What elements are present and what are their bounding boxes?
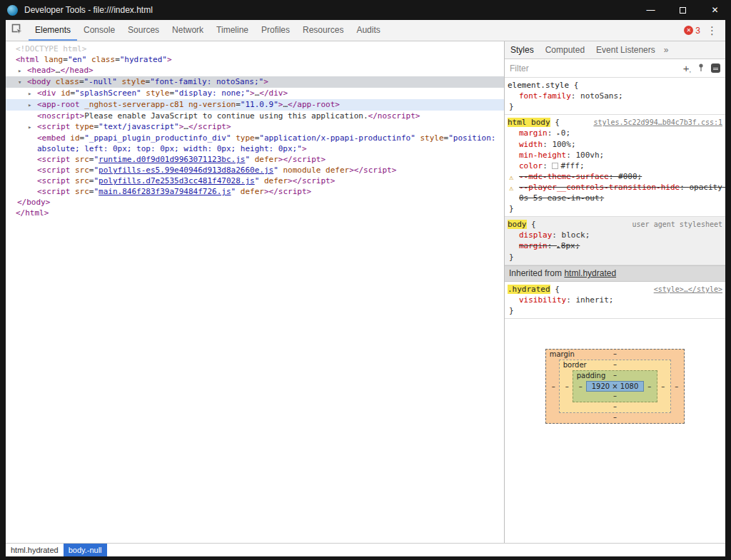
expand-arrow-icon[interactable]: ▸ xyxy=(28,88,37,99)
code-token: id xyxy=(70,133,79,143)
code-token: style xyxy=(121,77,145,86)
maximize-button[interactable] xyxy=(667,0,699,20)
css-property-name: color xyxy=(519,161,543,170)
stylesheet-link[interactable]: <style>…</style> xyxy=(654,284,722,295)
padding-left-value[interactable]: – xyxy=(575,382,586,390)
box-model-padding[interactable]: padding – – 1920 × 1080 – – xyxy=(573,370,658,402)
stylesheet-link[interactable]: styles.5c22d994…b04c7b3f.css:1 xyxy=(593,117,722,128)
code-token: : xyxy=(680,183,689,192)
styles-filter-input[interactable] xyxy=(510,63,677,73)
dom-tree-node[interactable]: ▸<head>…</head> xyxy=(6,65,504,76)
dom-tree-node[interactable]: <embed id="_ppapi_plugin_productinfo_div… xyxy=(6,133,504,154)
border-left-value[interactable]: – xyxy=(562,382,573,390)
tab-elements[interactable]: Elements xyxy=(29,20,77,41)
code-token: > xyxy=(167,55,172,64)
code-token: <embed xyxy=(37,133,70,143)
tab-resources[interactable]: Resources xyxy=(296,20,350,41)
css-declaration[interactable]: min-height: 100vh; xyxy=(508,150,722,161)
css-declaration[interactable]: color: #fff; xyxy=(508,161,722,171)
expand-arrow-icon[interactable]: ▸ xyxy=(28,100,37,111)
tab-timeline[interactable]: Timeline xyxy=(210,20,255,41)
dom-tree-node[interactable]: <script src="polyfills.d7e2535d3cc481f47… xyxy=(6,175,504,186)
dom-tree-node[interactable]: <html lang="en" class="hydrated"> xyxy=(6,54,504,65)
code-token: > xyxy=(263,77,268,86)
toolbar-right: ✕ 3 ⋮ xyxy=(684,20,725,41)
dom-tree-node[interactable]: </body> xyxy=(6,197,504,208)
tab-network[interactable]: Network xyxy=(166,20,210,41)
css-declaration[interactable]: margin: ▸8px; xyxy=(508,240,722,252)
margin-right-value[interactable]: – xyxy=(671,382,682,390)
css-declaration[interactable]: ⚠--mdc-theme-surface: #000; xyxy=(508,171,722,182)
box-model-content[interactable]: 1920 × 1080 xyxy=(586,381,645,392)
pin-icon[interactable] xyxy=(697,62,705,75)
more-tabs-icon[interactable]: » xyxy=(661,45,672,55)
rule-selector[interactable]: element.style xyxy=(508,81,569,90)
menu-button[interactable]: ⋮ xyxy=(705,25,719,36)
breadcrumb-bar: html.hydrated body.-null xyxy=(6,543,725,556)
inspect-element-button[interactable] xyxy=(6,20,29,41)
element-state-button[interactable] xyxy=(711,63,720,73)
expand-arrow-icon[interactable]: ▸ xyxy=(18,66,27,76)
tab-event-listeners[interactable]: Event Listeners xyxy=(590,45,661,55)
dom-tree-node[interactable]: ▸<script type="text/javascript">…</scrip… xyxy=(6,121,504,133)
dom-tree-node[interactable]: <script src="polyfills-es5.99e40946d913d… xyxy=(6,165,504,175)
css-declaration[interactable]: width: 100%; xyxy=(508,139,722,150)
expand-shorthand-icon[interactable]: ▸ xyxy=(557,131,560,137)
devtools-frame: Elements Console Sources Network Timelin… xyxy=(6,20,725,556)
css-declaration[interactable]: ⚠--player__controls-transition-hide: opa… xyxy=(508,182,722,203)
breadcrumb-html[interactable]: html.hydrated xyxy=(6,544,64,556)
code-token: "11.0.9" xyxy=(241,100,278,109)
new-style-rule-button[interactable]: +, xyxy=(683,63,691,73)
dom-tree-node[interactable]: ▸<app-root _nghost-serverapp-c81 ng-vers… xyxy=(6,99,504,111)
dom-tree-node[interactable]: <script src="runtime.d0f9d01d9963071123b… xyxy=(6,154,504,165)
dom-tree-node[interactable]: </html> xyxy=(6,208,504,218)
dom-tree-node[interactable]: <!DOCTYPE html> xyxy=(6,44,504,54)
code-token: Please enable JavaScript to continue usi… xyxy=(84,111,368,121)
close-button[interactable]: ✕ xyxy=(699,0,731,20)
code-token: <app-root xyxy=(37,100,84,109)
code-token: = xyxy=(115,55,120,64)
kebab-icon: ⋮ xyxy=(707,24,717,36)
inspect-icon xyxy=(11,24,23,38)
box-model: margin – – border – – xyxy=(505,319,725,438)
padding-right-value[interactable]: – xyxy=(644,382,655,390)
css-declaration[interactable]: visibility: inherit; xyxy=(508,295,722,305)
code-token: ; xyxy=(637,172,642,181)
minimize-button[interactable]: — xyxy=(635,0,667,20)
margin-bottom-value[interactable]: – xyxy=(613,413,617,421)
margin-left-value[interactable]: – xyxy=(548,382,559,390)
border-right-value[interactable]: – xyxy=(657,382,668,390)
tab-sources[interactable]: Sources xyxy=(121,20,166,41)
padding-bottom-value[interactable]: – xyxy=(613,392,617,399)
color-swatch[interactable] xyxy=(552,163,558,169)
expand-shorthand-icon[interactable]: ▸ xyxy=(557,243,560,250)
css-declaration[interactable]: font-family: notoSans; xyxy=(508,91,722,101)
tab-console[interactable]: Console xyxy=(77,20,121,41)
box-model-margin[interactable]: margin – – border – – xyxy=(545,349,685,424)
css-declaration[interactable]: margin: ▸0; xyxy=(508,128,722,139)
border-bottom-value[interactable]: – xyxy=(613,402,617,410)
box-model-border[interactable]: border – – padding – xyxy=(559,360,672,413)
expand-arrow-icon[interactable]: ▸ xyxy=(28,122,37,133)
split-content: <!DOCTYPE html><html lang="en" class="hy… xyxy=(6,41,725,543)
app-icon xyxy=(7,5,18,16)
rule-selector[interactable]: .hydrated xyxy=(508,285,550,294)
tab-styles[interactable]: Styles xyxy=(505,45,540,55)
inherited-from-link[interactable]: html.hydrated xyxy=(564,268,616,278)
dom-tree-node[interactable]: ▸<div id="splashScreen" style="display: … xyxy=(6,88,504,99)
error-counter[interactable]: ✕ 3 xyxy=(684,26,700,36)
rule-selector[interactable]: body xyxy=(508,220,527,229)
rule-selector[interactable]: html body xyxy=(508,118,550,127)
css-declaration[interactable]: display: block; xyxy=(508,230,722,240)
tab-audits[interactable]: Audits xyxy=(350,20,386,41)
dom-tree-node[interactable]: <noscript>Please enable JavaScript to co… xyxy=(6,111,504,121)
dom-tree-node[interactable]: <script src="main.846f283f39a79484f726.j… xyxy=(6,186,504,197)
tab-computed[interactable]: Computed xyxy=(540,45,590,55)
css-property-value: 8px xyxy=(561,241,575,250)
inherited-from-text: Inherited from xyxy=(509,268,564,278)
tab-profiles[interactable]: Profiles xyxy=(255,20,296,41)
collapse-arrow-icon[interactable]: ▾ xyxy=(18,77,27,88)
breadcrumb-body[interactable]: body.-null xyxy=(64,544,107,556)
stylesheet-link[interactable]: user agent stylesheet xyxy=(632,219,722,230)
dom-tree-node[interactable]: ▾<body class="-null" style="font-family:… xyxy=(6,76,504,88)
